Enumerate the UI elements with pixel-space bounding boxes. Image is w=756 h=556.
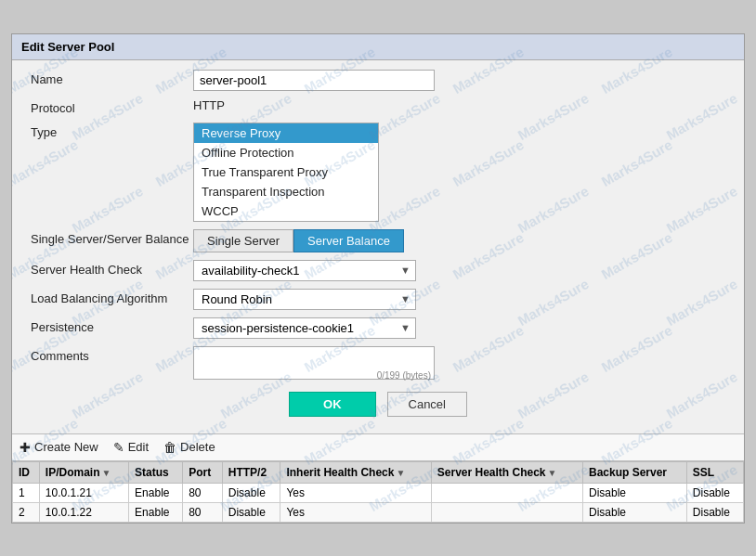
type-option[interactable]: Offline Protection bbox=[194, 143, 378, 162]
dialog-title: Edit Server Pool bbox=[12, 34, 744, 60]
table-cell: 2 bbox=[13, 502, 40, 522]
name-label: Name bbox=[31, 70, 193, 86]
balance-toggle: Single Server Server Balance bbox=[193, 229, 725, 252]
table-header-inherit-health-check: Inherit Health Check▼ bbox=[280, 461, 431, 483]
type-option[interactable]: True Transparent Proxy bbox=[194, 162, 378, 182]
edit-button[interactable]: ✎ Edit bbox=[113, 440, 149, 455]
name-value bbox=[193, 70, 725, 91]
table-row: 210.0.1.22Enable80DisableYesDisableDisab… bbox=[13, 502, 744, 522]
table-header-port: Port bbox=[183, 461, 223, 483]
filter-icon[interactable]: ▼ bbox=[101, 468, 111, 478]
table-cell: Yes bbox=[280, 483, 431, 502]
table-cell: Disable bbox=[686, 483, 743, 502]
table-cell: 80 bbox=[183, 483, 223, 502]
persistence-value: session-persistence-cookie1 ▼ bbox=[193, 317, 725, 339]
create-new-button[interactable]: ✚ Create New bbox=[20, 440, 98, 455]
lb-algorithm-select-wrapper: Round Robin ▼ bbox=[193, 289, 416, 310]
protocol-label: Protocol bbox=[31, 98, 193, 115]
table-cell: 1 bbox=[13, 483, 40, 502]
table-cell: Disable bbox=[582, 502, 686, 522]
type-option[interactable]: Transparent Inspection bbox=[194, 182, 378, 201]
table-header-ip-domain: IP/Domain▼ bbox=[39, 461, 128, 483]
table-cell bbox=[431, 483, 582, 502]
comments-value: 0/199 (bytes) bbox=[193, 346, 725, 382]
comments-wrapper: 0/199 (bytes) bbox=[193, 346, 435, 382]
protocol-value: HTTP bbox=[193, 98, 725, 112]
table-header-ssl: SSL bbox=[686, 461, 743, 483]
server-table: IDIP/Domain▼StatusPortHTTP/2Inherit Heal… bbox=[12, 461, 744, 523]
persistence-row: Persistence session-persistence-cookie1 … bbox=[31, 317, 725, 339]
edit-label: Edit bbox=[128, 440, 149, 454]
table-cell: 80 bbox=[183, 502, 223, 522]
comments-row: Comments 0/199 (bytes) bbox=[31, 346, 725, 382]
create-new-label: Create New bbox=[34, 440, 98, 454]
lb-algorithm-row: Load Balancing Algorithm Round Robin ▼ bbox=[31, 289, 725, 310]
button-row: OK Cancel bbox=[31, 392, 725, 417]
single-server-btn[interactable]: Single Server bbox=[193, 229, 293, 252]
toggle-group: Single Server Server Balance bbox=[193, 229, 725, 252]
comments-label: Comments bbox=[31, 346, 193, 363]
table-cell: Enable bbox=[129, 483, 183, 502]
delete-icon: 🗑 bbox=[163, 440, 176, 455]
table-cell: Enable bbox=[129, 502, 183, 522]
health-check-row: Server Health Check availability-check1 … bbox=[31, 260, 725, 281]
balance-label: Single Server/Server Balance bbox=[31, 229, 193, 246]
table-header-backup-server: Backup Server bbox=[582, 461, 686, 483]
table-header-id: ID bbox=[13, 461, 40, 483]
table-cell bbox=[431, 502, 582, 522]
health-check-label: Server Health Check bbox=[31, 260, 193, 277]
filter-icon[interactable]: ▼ bbox=[548, 468, 557, 478]
table-cell: 10.0.1.22 bbox=[39, 502, 128, 522]
toolbar: ✚ Create New ✎ Edit 🗑 Delete bbox=[12, 433, 744, 461]
dialog-body: Name Protocol HTTP Type Reverse ProxyOff… bbox=[12, 60, 744, 433]
protocol-row: Protocol HTTP bbox=[31, 98, 725, 115]
table-header-http-2: HTTP/2 bbox=[222, 461, 280, 483]
table-cell: Yes bbox=[280, 502, 431, 522]
protocol-text: HTTP bbox=[193, 96, 225, 112]
persistence-select-wrapper: session-persistence-cookie1 ▼ bbox=[193, 317, 416, 339]
server-table-wrapper: IDIP/Domain▼StatusPortHTTP/2Inherit Heal… bbox=[12, 461, 744, 523]
edit-icon: ✎ bbox=[113, 440, 124, 455]
table-row: 110.0.1.21Enable80DisableYesDisableDisab… bbox=[13, 483, 744, 502]
filter-icon[interactable]: ▼ bbox=[396, 468, 405, 478]
ok-button[interactable]: OK bbox=[289, 392, 376, 417]
plus-icon: ✚ bbox=[20, 440, 31, 455]
lb-algorithm-select[interactable]: Round Robin bbox=[193, 289, 416, 310]
type-option[interactable]: WCCP bbox=[194, 201, 378, 221]
name-input[interactable] bbox=[193, 70, 435, 91]
type-dropdown: Reverse ProxyOffline ProtectionTrue Tran… bbox=[193, 123, 725, 222]
delete-button[interactable]: 🗑 Delete bbox=[163, 440, 215, 455]
type-dropdown-list: Reverse ProxyOffline ProtectionTrue Tran… bbox=[193, 123, 379, 222]
cancel-button[interactable]: Cancel bbox=[387, 392, 467, 417]
persistence-select[interactable]: session-persistence-cookie1 bbox=[193, 317, 416, 339]
health-check-value: availability-check1 ▼ bbox=[193, 260, 725, 281]
balance-row: Single Server/Server Balance Single Serv… bbox=[31, 229, 725, 252]
byte-counter: 0/199 (bytes) bbox=[377, 370, 431, 381]
type-label: Type bbox=[31, 123, 193, 139]
table-cell: 10.0.1.21 bbox=[39, 483, 128, 502]
type-option[interactable]: Reverse Proxy bbox=[194, 123, 378, 143]
lb-algorithm-value: Round Robin ▼ bbox=[193, 289, 725, 310]
table-header-status: Status bbox=[129, 461, 183, 483]
name-row: Name bbox=[31, 70, 725, 91]
health-check-select-wrapper: availability-check1 ▼ bbox=[193, 260, 416, 281]
table-cell: Disable bbox=[582, 483, 686, 502]
table-cell: Disable bbox=[686, 502, 743, 522]
table-cell: Disable bbox=[222, 502, 280, 522]
table-cell: Disable bbox=[222, 483, 280, 502]
persistence-label: Persistence bbox=[31, 317, 193, 334]
delete-label: Delete bbox=[180, 440, 215, 454]
lb-algorithm-label: Load Balancing Algorithm bbox=[31, 289, 193, 305]
table-header-server-health-check: Server Health Check▼ bbox=[431, 461, 582, 483]
server-balance-btn[interactable]: Server Balance bbox=[293, 229, 404, 252]
health-check-select[interactable]: availability-check1 bbox=[193, 260, 416, 281]
edit-server-pool-dialog: Marks4SureMarks4SureMarks4SureMarks4Sure… bbox=[11, 33, 745, 524]
type-row: Type Reverse ProxyOffline ProtectionTrue… bbox=[31, 123, 725, 222]
